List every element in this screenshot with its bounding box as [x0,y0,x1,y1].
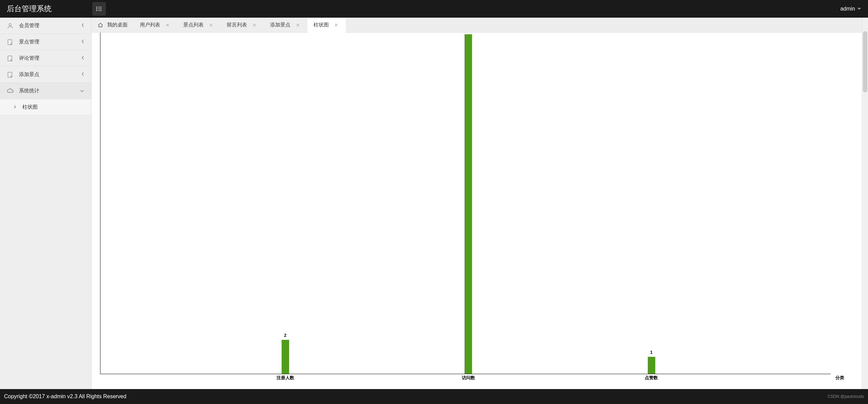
svg-point-2 [96,8,97,9]
sidebar-item-label: 景点管理 [19,39,39,45]
x-axis [100,374,831,374]
chevron-left-icon [81,72,84,77]
header: 后台管理系统 admin [0,0,868,18]
sidebar-item-members[interactable]: 会员管理 [0,18,91,34]
x-axis-label: 分类 [835,375,844,381]
svg-rect-9 [8,56,12,61]
sidebar-subitem-barchart[interactable]: 柱状图 [0,99,91,115]
sidebar: 会员管理 景点管理 评论管理 [0,18,92,389]
y-axis [100,33,100,374]
tab-label: 景点列表 [183,22,204,28]
user-icon [7,22,14,29]
bar-value-label: 2 [284,333,286,338]
close-icon[interactable]: ✕ [164,22,171,28]
header-left: 后台管理系统 [7,2,106,16]
sidebar-item-label: 系统统计 [19,88,39,94]
sidebar-item-comments[interactable]: 评论管理 [0,50,91,67]
svg-point-10 [11,60,12,61]
svg-rect-7 [8,39,12,44]
document-icon [7,55,14,62]
tab-label: 添加景点 [270,22,290,28]
close-icon[interactable]: ✕ [251,22,258,28]
tab-label: 用户列表 [140,22,160,28]
chevron-down-icon [80,88,84,94]
username: admin [840,6,855,12]
tab-add-scenic[interactable]: 添加景点 ✕ [264,18,307,33]
tab-barchart[interactable]: 柱状图 ✕ [307,18,346,33]
caret-down-icon [857,8,861,10]
watermark: CSDN @pastclouds [828,394,864,399]
svg-rect-11 [8,72,12,77]
chevron-left-icon [81,23,84,29]
svg-point-6 [9,23,12,26]
footer: Copyright ©2017 x-admin v2.3 All Rights … [0,389,868,404]
menu-toggle-button[interactable] [92,2,106,16]
chevron-left-icon [81,39,84,45]
app-title: 后台管理系统 [7,4,52,14]
chevron-right-icon [14,104,16,110]
cloud-icon [7,88,14,94]
tab-label: 柱状图 [314,22,329,28]
svg-point-0 [96,7,97,7]
category-label: 注册人数 [277,375,294,381]
chart-bar [648,357,655,374]
chevron-left-icon [81,55,84,61]
sidebar-item-statistics[interactable]: 系统统计 [0,83,91,99]
scroll-thumb[interactable] [863,31,867,92]
svg-point-12 [11,76,12,77]
close-icon[interactable]: ✕ [208,22,214,28]
sidebar-subitem-label: 柱状图 [22,104,38,110]
chart-bar [465,34,472,374]
tab-label: 我的桌面 [107,22,128,28]
vertical-scrollbar[interactable] [862,18,868,389]
close-icon[interactable]: ✕ [333,22,340,28]
close-icon[interactable]: ✕ [295,22,301,28]
home-icon [98,22,103,28]
document-icon [7,71,14,78]
category-label: 点赞数 [645,375,658,381]
tab-users[interactable]: 用户列表 ✕ [134,18,177,33]
tab-scenic-list[interactable]: 景点列表 ✕ [177,18,221,33]
svg-point-4 [96,10,97,11]
tab-messages[interactable]: 留言列表 ✕ [221,18,264,33]
chart-bar [282,340,289,374]
sidebar-item-label: 评论管理 [19,55,39,61]
list-icon [96,6,102,11]
main-content: 我的桌面 用户列表 ✕ 景点列表 ✕ 留言列表 ✕ 添加景点 ✕ 柱状图 ✕ [92,18,868,389]
document-icon [7,39,14,45]
svg-point-8 [11,43,12,44]
sidebar-item-scenic[interactable]: 景点管理 [0,34,91,50]
category-label: 访问数 [462,375,475,381]
sidebar-item-add-scenic[interactable]: 添加景点 [0,67,91,83]
tab-label: 留言列表 [227,22,247,28]
sidebar-item-label: 会员管理 [19,22,39,29]
chart-area: 分类注册人数2访问数点赞数1 [92,33,868,389]
sidebar-item-label: 添加景点 [19,71,39,78]
tab-desktop[interactable]: 我的桌面 [92,18,134,33]
tab-bar: 我的桌面 用户列表 ✕ 景点列表 ✕ 留言列表 ✕ 添加景点 ✕ 柱状图 ✕ [92,18,868,33]
user-menu[interactable]: admin [840,6,861,12]
copyright-text: Copyright ©2017 x-admin v2.3 All Rights … [4,393,126,400]
bar-value-label: 1 [650,350,653,355]
